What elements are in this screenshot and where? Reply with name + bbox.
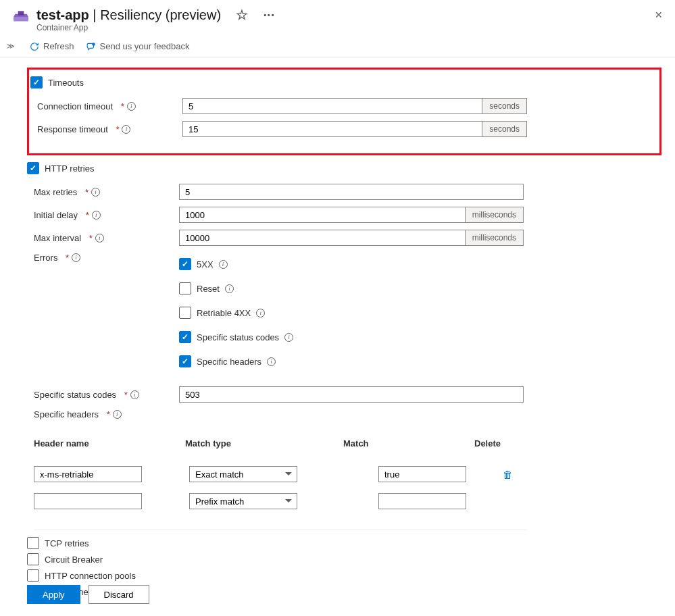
info-icon[interactable]	[92, 211, 101, 220]
info-icon[interactable]	[72, 253, 80, 262]
timeouts-label: Timeouts	[48, 78, 84, 88]
svg-point-1	[92, 43, 95, 46]
info-icon[interactable]	[284, 333, 293, 342]
max-retries-label: Max retries *	[34, 187, 179, 197]
page-header: test-app | Resiliency (preview) ☆ ··· Co…	[0, 0, 675, 35]
info-icon[interactable]	[122, 125, 130, 134]
http-conn-pools-section[interactable]: HTTP connection pools	[27, 569, 661, 582]
specific-status-codes-label: Specific status codes *	[34, 390, 179, 400]
tcp-retries-checkbox[interactable]	[27, 537, 39, 549]
specific-status-codes-input[interactable]	[179, 386, 524, 403]
unit-suffix: seconds	[482, 98, 527, 114]
http-retries-label: HTTP retries	[45, 163, 94, 174]
col-match: Match	[343, 438, 465, 448]
info-icon[interactable]	[256, 309, 265, 317]
app-name: test-app	[36, 7, 89, 22]
initial-delay-input[interactable]	[179, 207, 466, 223]
footer-bar: Apply Discard	[27, 585, 149, 604]
app-icon	[11, 7, 31, 27]
info-icon[interactable]	[225, 284, 234, 293]
connection-timeout-input[interactable]	[182, 98, 482, 114]
unit-suffix: milliseconds	[466, 207, 524, 223]
error-reset-row[interactable]: Reset	[179, 282, 293, 294]
http-retries-section[interactable]: HTTP retries	[27, 162, 661, 174]
unit-suffix: seconds	[482, 121, 527, 137]
response-timeout-input[interactable]	[182, 121, 482, 137]
table-row	[34, 488, 661, 515]
http-conn-pools-checkbox[interactable]	[27, 569, 39, 582]
match-type-select[interactable]	[189, 493, 297, 509]
response-timeout-label: Response timeout *	[37, 124, 182, 134]
specific-headers-label: Specific headers *	[34, 409, 179, 419]
page-name: Resiliency (preview)	[100, 7, 221, 22]
http-retries-checkbox[interactable]	[27, 162, 39, 174]
col-match-type: Match type	[185, 438, 327, 448]
circuit-breaker-checkbox[interactable]	[27, 553, 39, 565]
main-content: Timeouts Connection timeout * seconds Re…	[0, 58, 675, 615]
command-bar: ≫ Refresh Send us your feedback	[0, 35, 675, 58]
apply-button[interactable]: Apply	[27, 585, 80, 604]
close-icon[interactable]: ✕	[655, 9, 663, 20]
info-icon[interactable]	[219, 260, 228, 269]
expand-nav-icon[interactable]: ≫	[4, 39, 18, 53]
error-specific-headers-row[interactable]: Specific headers	[179, 355, 293, 367]
connection-timeout-label: Connection timeout *	[37, 101, 182, 111]
trash-icon[interactable]: 🗑	[503, 469, 513, 480]
feedback-label: Send us your feedback	[100, 41, 190, 51]
match-input[interactable]	[378, 493, 466, 509]
col-header-name: Header name	[34, 438, 176, 448]
resource-type: Container App	[36, 23, 661, 32]
timeouts-section[interactable]: Timeouts	[30, 76, 649, 88]
info-icon[interactable]	[267, 357, 276, 366]
refresh-button[interactable]: Refresh	[30, 41, 74, 51]
error-reset-checkbox[interactable]	[179, 282, 191, 294]
headers-table: Header name Match type Match Delete 🗑	[34, 433, 661, 530]
discard-button[interactable]: Discard	[89, 585, 149, 604]
feedback-button[interactable]: Send us your feedback	[86, 41, 190, 51]
info-icon[interactable]	[113, 410, 122, 419]
match-type-select[interactable]	[189, 466, 297, 482]
error-5xx-checkbox[interactable]	[179, 258, 191, 270]
error-5xx-row[interactable]: 5XX	[179, 258, 293, 270]
info-icon[interactable]	[127, 102, 136, 111]
star-icon[interactable]: ☆	[236, 7, 248, 22]
tcp-retries-section[interactable]: TCP retries	[27, 537, 661, 549]
info-icon[interactable]	[95, 234, 104, 242]
error-retriable4xx-checkbox[interactable]	[179, 307, 191, 319]
circuit-breaker-section[interactable]: Circuit Breaker	[27, 553, 661, 565]
timeouts-checkbox[interactable]	[30, 76, 43, 88]
col-delete: Delete	[474, 438, 522, 448]
max-interval-label: Max interval *	[34, 233, 179, 243]
more-icon[interactable]: ···	[264, 7, 275, 22]
errors-label: Errors *	[34, 253, 179, 263]
info-icon[interactable]	[91, 188, 100, 197]
timeouts-highlight: Timeouts Connection timeout * seconds Re…	[27, 68, 661, 155]
page-title: test-app | Resiliency (preview) ☆ ···	[36, 7, 661, 23]
error-specific-codes-row[interactable]: Specific status codes	[179, 331, 293, 343]
initial-delay-label: Initial delay *	[34, 210, 179, 220]
header-name-input[interactable]	[34, 466, 142, 482]
unit-suffix: milliseconds	[466, 230, 524, 246]
match-input[interactable]	[378, 466, 466, 482]
info-icon[interactable]	[130, 390, 139, 399]
table-row: 🗑	[34, 461, 661, 488]
error-specific-headers-checkbox[interactable]	[179, 355, 191, 367]
max-interval-input[interactable]	[179, 230, 466, 246]
error-retriable4xx-row[interactable]: Retriable 4XX	[179, 307, 293, 319]
svg-rect-0	[14, 17, 28, 22]
header-name-input[interactable]	[34, 493, 142, 509]
refresh-label: Refresh	[43, 41, 74, 51]
max-retries-input[interactable]	[179, 184, 524, 200]
error-specific-codes-checkbox[interactable]	[179, 331, 191, 343]
